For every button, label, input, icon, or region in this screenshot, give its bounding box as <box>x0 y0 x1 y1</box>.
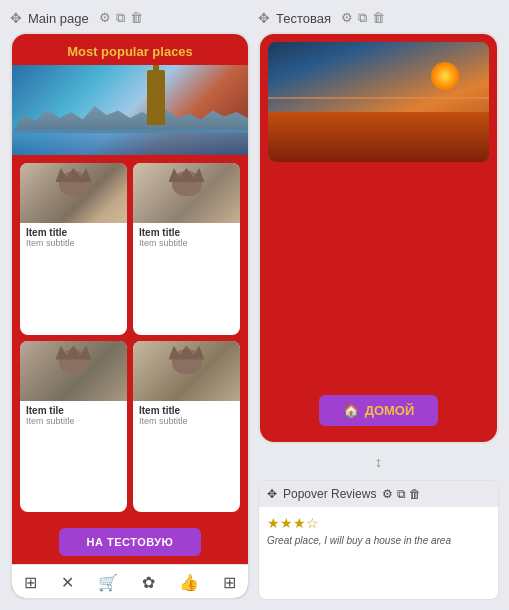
workspace: ✥ Main page ⚙ ⧉ 🗑 Most popular places <box>0 0 509 610</box>
water-reflection <box>268 112 489 162</box>
grid-item-3-image <box>133 341 240 401</box>
phone-content: Most popular places Item title Item subt… <box>12 34 248 598</box>
review-stars: ★★★☆ <box>267 515 490 531</box>
left-panel-header: ✥ Main page ⚙ ⧉ 🗑 <box>10 10 250 26</box>
popover-settings-icon[interactable]: ⚙ <box>382 487 393 501</box>
cat-image-2 <box>20 341 127 401</box>
domoy-button[interactable]: 🏠 ДОМОЙ <box>319 395 439 426</box>
review-text: Great place, I will buy a house in the a… <box>267 535 490 546</box>
grid-item-0-image <box>20 163 127 223</box>
popover-delete-icon[interactable]: 🗑 <box>409 487 421 501</box>
popover-section: ✥ Popover Reviews ⚙ ⧉ 🗑 ★★★☆ Great place… <box>258 480 499 600</box>
phone-grid: Item title Item subtitle Item title Item… <box>12 155 248 520</box>
horizon-line <box>268 97 489 99</box>
grid-item-2-info: Item tile Item subtitle <box>20 401 127 430</box>
home-icon: 🏠 <box>343 403 359 418</box>
nav-cart-icon[interactable]: 🛒 <box>98 573 118 592</box>
left-header-icons: ⚙ ⧉ 🗑 <box>99 10 143 26</box>
na-testovuyu-button[interactable]: НА ТЕСТОВУЮ <box>59 528 202 556</box>
resize-handle[interactable]: ↕ <box>258 452 499 472</box>
grid-item-3: Item title Item subtitle <box>133 341 240 513</box>
right-top-section: ✥ Тестовая ⚙ ⧉ 🗑 🏠 ДОМОЙ <box>258 10 499 444</box>
cat-image-1 <box>133 163 240 223</box>
right-panel-header: ✥ Тестовая ⚙ ⧉ 🗑 <box>258 10 499 26</box>
phone-button-area: НА ТЕСТОВУЮ <box>12 520 248 564</box>
right-copy-icon[interactable]: ⧉ <box>358 10 367 26</box>
grid-item-3-info: Item title Item subtitle <box>133 401 240 430</box>
grid-item-0: Item title Item subtitle <box>20 163 127 335</box>
left-settings-icon[interactable]: ⚙ <box>99 10 111 26</box>
grid-item-1-image <box>133 163 240 223</box>
bottom-nav: ⊞ ✕ 🛒 ✿ 👍 ⊞ <box>12 564 248 598</box>
nav-home-icon[interactable]: ⊞ <box>24 573 37 592</box>
popover-title: Popover Reviews <box>283 487 376 501</box>
nav-close-icon[interactable]: ✕ <box>61 573 74 592</box>
left-phone-frame: Most popular places Item title Item subt… <box>10 32 250 600</box>
left-page-title: Main page <box>28 11 89 26</box>
popover-move-icon[interactable]: ✥ <box>267 487 277 501</box>
grid-item-2-image <box>20 341 127 401</box>
grid-item-3-subtitle: Item subtitle <box>139 416 234 426</box>
left-move-icon[interactable]: ✥ <box>10 10 22 26</box>
left-panel: ✥ Main page ⚙ ⧉ 🗑 Most popular places <box>10 10 250 600</box>
right-hero-image <box>268 42 489 162</box>
grid-item-1-title: Item title <box>139 227 234 238</box>
cat-image-0 <box>20 163 127 223</box>
right-delete-icon[interactable]: 🗑 <box>372 10 385 26</box>
grid-item-2: Item tile Item subtitle <box>20 341 127 513</box>
popover-copy-icon[interactable]: ⧉ <box>397 487 406 501</box>
right-settings-icon[interactable]: ⚙ <box>341 10 353 26</box>
home-button-label: ДОМОЙ <box>365 403 415 418</box>
grid-item-1-info: Item title Item subtitle <box>133 223 240 252</box>
popover-header: ✥ Popover Reviews ⚙ ⧉ 🗑 <box>259 481 498 507</box>
phone-hero-image <box>12 65 248 155</box>
cat-image-3 <box>133 341 240 401</box>
nav-map-icon[interactable]: ⊞ <box>223 573 236 592</box>
grid-item-2-title: Item tile <box>26 405 121 416</box>
resize-icon: ↕ <box>375 454 382 470</box>
right-phone-frame: 🏠 ДОМОЙ <box>258 32 499 444</box>
home-button-area: 🏠 ДОМОЙ <box>260 170 497 442</box>
right-page-title: Тестовая <box>276 11 331 26</box>
sun-decoration <box>431 62 459 90</box>
grid-item-1: Item title Item subtitle <box>133 163 240 335</box>
grid-item-1-subtitle: Item subtitle <box>139 238 234 248</box>
left-copy-icon[interactable]: ⧉ <box>116 10 125 26</box>
nav-like-icon[interactable]: 👍 <box>179 573 199 592</box>
grid-item-3-title: Item title <box>139 405 234 416</box>
right-panel: ✥ Тестовая ⚙ ⧉ 🗑 🏠 ДОМОЙ <box>258 10 499 600</box>
nav-star-icon[interactable]: ✿ <box>142 573 155 592</box>
right-header-icons: ⚙ ⧉ 🗑 <box>341 10 385 26</box>
popover-header-icons: ⚙ ⧉ 🗑 <box>382 487 421 501</box>
right-move-icon[interactable]: ✥ <box>258 10 270 26</box>
left-delete-icon[interactable]: 🗑 <box>130 10 143 26</box>
phone-title: Most popular places <box>12 34 248 65</box>
grid-item-0-info: Item title Item subtitle <box>20 223 127 252</box>
popover-content: ★★★☆ Great place, I will buy a house in … <box>259 507 498 554</box>
grid-item-2-subtitle: Item subtitle <box>26 416 121 426</box>
grid-item-0-title: Item title <box>26 227 121 238</box>
grid-item-0-subtitle: Item subtitle <box>26 238 121 248</box>
